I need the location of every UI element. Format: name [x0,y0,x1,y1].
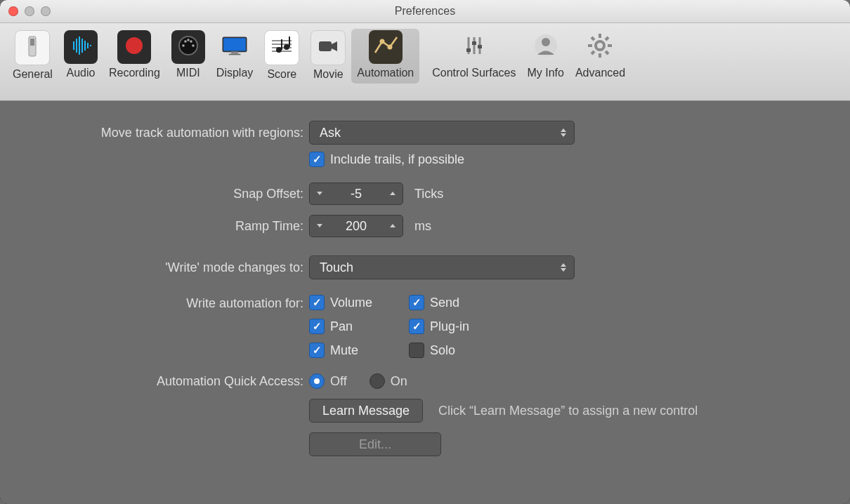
svg-point-13 [192,44,195,47]
move-automation-label: Move track automation with regions: [0,126,309,140]
write-for-send-checkbox[interactable]: ✓ Send [409,295,509,310]
checkbox-checked-icon: ✓ [409,295,424,310]
write-for-solo-checkbox[interactable]: Solo [409,343,509,358]
write-for-mute-label: Mute [330,343,358,358]
move-automation-value: Ask [320,126,341,140]
midi-icon [174,32,202,62]
write-for-send-label: Send [430,296,459,310]
automation-pane: Move track automation with regions: Ask … [0,101,850,504]
tab-general[interactable]: General [7,29,58,85]
record-icon [120,32,148,62]
write-for-label: Write automation for: [0,295,309,311]
tab-general-label: General [13,68,53,81]
svg-rect-35 [466,48,471,52]
svg-rect-17 [223,37,246,51]
tab-movie-label: Movie [313,68,344,81]
preferences-toolbar: General Audio Recording MIDI Display [0,23,850,101]
svg-rect-36 [472,41,476,45]
tab-automation-label: Automation [357,67,414,79]
svg-point-15 [190,40,192,43]
tab-control-surfaces-label: Control Surfaces [432,67,516,79]
snap-offset-stepper[interactable]: -5 [309,183,403,205]
write-for-plugin-label: Plug-in [430,319,469,334]
svg-point-14 [184,40,187,43]
ramp-time-label: Ramp Time: [0,219,309,234]
checkbox-checked-icon: ✓ [309,319,325,334]
quick-access-label: Automation Quick Access: [0,374,309,389]
stepper-decrement-button[interactable] [309,216,330,236]
window-controls [8,6,51,16]
tab-movie[interactable]: Movie [305,29,351,85]
stepper-decrement-button[interactable] [309,184,330,204]
tab-score[interactable]: Score [259,29,305,85]
write-for-solo-label: Solo [430,343,455,358]
write-for-pan-label: Pan [330,319,353,334]
svg-point-16 [187,39,190,41]
write-for-volume-label: Volume [330,296,372,310]
svg-point-12 [182,44,185,47]
radio-unselected-icon [370,373,385,389]
zoom-window-button[interactable] [41,6,51,16]
edit-button[interactable]: Edit... [309,432,441,456]
svg-rect-19 [231,51,238,53]
tab-midi[interactable]: MIDI [166,29,211,84]
svg-point-27 [284,44,289,50]
write-mode-dropdown[interactable]: Touch [309,256,575,279]
tab-recording[interactable]: Recording [103,29,166,84]
radio-selected-icon [309,373,325,389]
move-automation-dropdown[interactable]: Ask [309,121,575,145]
tab-advanced-label: Advanced [575,67,625,79]
write-mode-label: 'Write' mode changes to: [0,260,309,275]
ramp-time-value[interactable]: 200 [329,215,383,237]
edit-button-label: Edit... [359,437,391,452]
dropdown-arrows-icon [558,260,568,275]
quick-access-off-radio[interactable]: Off [309,373,347,389]
tab-display-label: Display [216,67,253,79]
include-trails-label: Include trails, if possible [330,152,464,167]
write-for-grid: ✓ Volume ✓ Send ✓ Pan ✓ Plug-in [309,295,509,358]
tab-advanced[interactable]: Advanced [570,29,631,84]
svg-rect-29 [319,41,332,51]
snap-offset-unit: Ticks [414,187,443,201]
svg-rect-20 [229,54,241,55]
preferences-window: Preferences General Audio Recording [0,0,850,504]
write-for-mute-checkbox[interactable]: ✓ Mute [309,343,409,358]
svg-rect-1 [30,39,34,46]
tab-midi-label: MIDI [176,67,200,79]
snap-offset-value[interactable]: -5 [329,183,383,204]
tab-audio[interactable]: Audio [58,29,103,84]
write-for-pan-checkbox[interactable]: ✓ Pan [309,319,409,334]
svg-point-10 [126,37,143,54]
tab-control-surfaces[interactable]: Control Surfaces [426,29,521,84]
svg-line-48 [591,51,594,54]
checkbox-checked-icon: ✓ [309,343,325,358]
stepper-increment-button[interactable] [382,216,403,236]
minimize-window-button[interactable] [25,6,34,16]
ramp-time-stepper[interactable]: 200 [309,215,403,237]
svg-rect-37 [478,45,482,48]
tab-display[interactable]: Display [211,29,259,84]
gear-icon [586,32,614,62]
tab-my-info-label: My Info [527,67,563,79]
tab-automation[interactable]: Automation [351,29,419,84]
faders-icon [460,32,488,62]
display-icon [221,32,249,62]
learn-message-button[interactable]: Learn Message [309,399,423,423]
tab-recording-label: Recording [109,67,160,79]
quick-access-off-label: Off [330,374,347,389]
close-window-button[interactable] [8,6,18,16]
checkbox-checked-icon: ✓ [309,295,325,310]
quick-access-on-radio[interactable]: On [370,373,407,389]
svg-point-30 [379,39,384,44]
tab-my-info[interactable]: My Info [521,29,569,84]
svg-point-40 [596,41,604,50]
write-for-volume-checkbox[interactable]: ✓ Volume [309,295,409,310]
stepper-increment-button[interactable] [382,184,403,204]
quick-access-on-label: On [391,374,407,389]
svg-line-46 [606,51,608,54]
include-trails-checkbox[interactable]: ✓ Include trails, if possible [309,152,464,167]
tab-audio-label: Audio [66,67,95,79]
write-for-plugin-checkbox[interactable]: ✓ Plug-in [409,319,509,334]
checkbox-unchecked-icon [409,343,424,358]
switch-icon [18,32,46,63]
